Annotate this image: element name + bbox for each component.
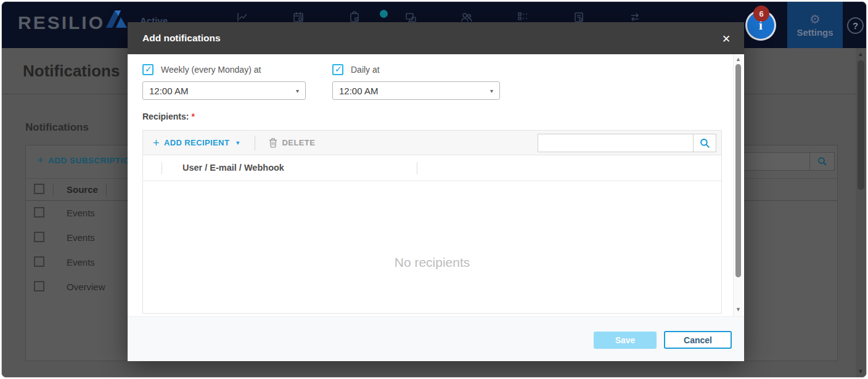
modal-footer: Save Cancel [128,316,744,361]
row-checkbox[interactable] [34,207,44,218]
scroll-down-arrow-icon[interactable]: ▼ [858,368,864,375]
list-menu-icon[interactable] [517,11,529,23]
column-header-source: Source [67,184,98,195]
trash-icon [269,138,277,148]
recipients-empty-state: No recipients [143,181,721,313]
column-divider [162,162,162,174]
required-marker: * [191,112,194,121]
search-icon [700,138,710,149]
modal-scrollbar-thumb[interactable] [735,64,741,277]
weekly-time-value: 12:00 AM [149,86,296,96]
line-chart-icon[interactable] [236,11,248,23]
chevron-down-icon: ▾ [296,88,299,94]
notification-count-badge: 6 [753,6,769,22]
recipients-table-header: User / E-mail / Webhook [143,155,721,181]
row-source: Events [67,208,95,218]
row-source: Events [67,232,95,243]
row-source: Events [67,257,95,267]
modal-title: Add notifications [142,33,221,44]
report-icon[interactable] [573,11,585,23]
nav-icon-row [236,11,641,23]
row-checkbox[interactable] [34,232,44,242]
modal-header: Add notifications ✕ [128,22,744,54]
delete-button[interactable]: DELETE [269,138,316,148]
daily-checkbox[interactable] [332,64,343,75]
modal-body: Weekly (every Monday) at Daily at 12:00 … [128,54,744,316]
recipient-search-button[interactable] [693,134,716,152]
add-notifications-modal: Add notifications ✕ Weekly (every Monday… [128,22,744,361]
daily-checkbox-row: Daily at [332,64,380,75]
modal-scrollbar[interactable]: ▲ ▼ [733,54,743,316]
cancel-button[interactable]: Cancel [664,331,732,349]
recipient-search [538,134,716,152]
clipboard-icon[interactable] [348,11,361,23]
page-title: Notifications [23,62,120,81]
daily-time-value: 12:00 AM [339,86,490,96]
weekly-time-dropdown[interactable]: 12:00 AM ▾ [142,81,306,100]
daily-checkbox-label: Daily at [351,65,380,75]
weekly-checkbox[interactable] [142,64,154,75]
settings-label: Settings [796,27,833,38]
scroll-up-arrow-icon[interactable]: ▲ [735,56,741,62]
resilio-logo: RESILIO [18,12,105,33]
recipients-toolbar: + ADD RECIPIENT ▼ DELETE [143,131,721,155]
weekly-checkbox-label: Weekly (every Monday) at [161,65,261,75]
search-icon [817,157,827,166]
column-divider [106,184,107,196]
groups-icon[interactable] [461,11,473,23]
transfers-icon[interactable] [629,11,641,23]
close-icon[interactable]: ✕ [718,31,734,47]
help-button[interactable]: ? [847,17,864,34]
calendar-icon[interactable] [292,11,305,23]
add-subscription-label: ADD SUBSCRIPTION [48,156,136,165]
column-divider [417,162,417,174]
column-divider [53,184,54,196]
resilio-mark-icon [102,9,131,30]
row-checkbox[interactable] [34,256,44,267]
scroll-down-arrow-icon[interactable]: ▼ [735,306,741,312]
row-checkbox[interactable] [34,281,44,291]
section-title: Notifications [25,121,89,134]
add-recipient-button[interactable]: + ADD RECIPIENT ▼ [153,137,241,149]
save-button[interactable]: Save [594,332,657,349]
daily-time-dropdown[interactable]: 12:00 AM ▾ [332,81,500,100]
add-recipient-label: ADD RECIPIENT [164,138,229,147]
weekly-checkbox-row: Weekly (every Monday) at [142,64,261,75]
page-scrollbar-thumb[interactable] [858,60,864,190]
recipient-search-input[interactable] [538,134,693,152]
plus-icon: + [37,154,44,167]
plus-icon: + [153,137,160,149]
select-all-checkbox[interactable] [34,184,44,194]
empty-state-text: No recipients [395,255,470,270]
row-source: Overview [67,282,105,292]
nav-item-settings[interactable]: ⚙ Settings [787,2,843,48]
app-window: RESILIO Active [1,1,867,378]
chevron-down-icon: ▾ [490,88,493,94]
recipients-label: Recipients:* [142,112,195,121]
delete-label: DELETE [282,138,316,147]
agents-notification-dot [380,10,388,18]
toolbar-divider [255,136,255,150]
gear-icon: ⚙ [809,13,821,25]
scroll-up-arrow-icon[interactable]: ▲ [858,51,864,57]
page-scrollbar[interactable]: ▲ ▼ [856,48,866,378]
add-subscription-button[interactable]: + ADD SUBSCRIPTION [37,154,136,167]
page-search-button[interactable] [810,152,835,171]
chevron-down-icon: ▼ [235,140,240,146]
agents-icon[interactable] [404,11,417,23]
recipients-label-text: Recipients: [142,112,189,121]
column-header-user-email-webhook: User / E-mail / Webhook [182,163,284,173]
recipients-table: + ADD RECIPIENT ▼ DELETE [142,130,722,314]
